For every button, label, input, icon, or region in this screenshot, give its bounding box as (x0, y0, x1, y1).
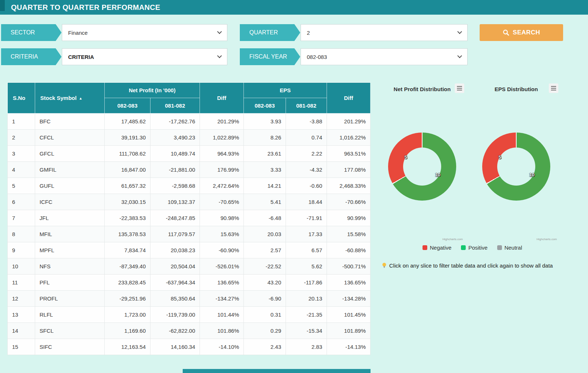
cell-np-cur: 61,657.32 (105, 178, 150, 194)
cell-np-cur: 111,708.62 (105, 146, 150, 162)
legend-item-neutral[interactable]: Neutral (497, 245, 522, 251)
table-row: 13RLFL1,723.00-119,739.00101.44%0.31-21.… (8, 307, 371, 323)
cell-eps-diff: 101.89% (327, 323, 371, 339)
cell-sno: 10 (8, 258, 35, 275)
cell-sno: 4 (8, 162, 35, 178)
cell-eps-prev: -4.32 (286, 162, 327, 178)
legend-item-positive[interactable]: Positive (461, 245, 488, 251)
cell-eps-prev: 6.57 (286, 242, 327, 258)
chart-context-menu-button[interactable] (549, 83, 558, 93)
column-header-sno[interactable]: S.No (8, 83, 35, 113)
cell-symbol: PROFL (35, 291, 105, 307)
legend-label: Positive (468, 245, 488, 251)
eps-distribution-chart: EPS Distribution 510 Highcharts.com (474, 83, 558, 245)
cell-eps-diff: 101.45% (327, 307, 371, 323)
column-header-stock-symbol[interactable]: Stock Symbol▲ (35, 83, 105, 113)
cell-eps-prev: 0.74 (286, 130, 327, 146)
cell-symbol: GUFL (35, 178, 105, 194)
sector-select[interactable]: Finance (62, 24, 227, 41)
cell-symbol: MFIL (35, 226, 105, 242)
legend-item-negative[interactable]: Negative (423, 245, 451, 251)
cell-sno: 2 (8, 130, 35, 146)
cell-np-diff: 15.63% (200, 226, 244, 242)
chart-legend: NegativePositiveNeutral (381, 245, 564, 251)
cell-np-prev: 10,489.74 (150, 146, 200, 162)
cell-np-diff: 101.44% (200, 307, 244, 323)
donut-hole (403, 148, 441, 186)
cell-np-cur: 1,723.00 (105, 307, 150, 323)
table-row: 3GFCL111,708.6210,489.74964.93%23.612.22… (8, 146, 371, 162)
cell-eps-cur: 2.57 (244, 242, 286, 258)
cell-eps-diff: 90.99% (327, 210, 371, 226)
cell-np-cur: 16,847.00 (105, 162, 150, 178)
header-accent-block (0, 0, 5, 11)
table-row: 10NFS-87,349.4020,504.04-526.01%-22.525.… (8, 258, 371, 275)
column-header-np-diff[interactable]: Diff (200, 83, 244, 113)
cell-np-prev: 14,160.34 (150, 339, 200, 355)
column-header-eps-current-year[interactable]: 082-083 (244, 98, 286, 113)
cell-symbol: ICFC (35, 194, 105, 210)
cell-eps-cur: 43.20 (244, 275, 286, 291)
cell-eps-prev: -71.91 (286, 210, 327, 226)
table-row: 11PFL233,828.45-637,964.34136.65%43.20-1… (8, 275, 371, 291)
cell-eps-diff: 136.65% (327, 275, 371, 291)
column-header-eps-diff[interactable]: Diff (327, 83, 371, 113)
cell-eps-cur: -6.90 (244, 291, 286, 307)
criteria-label: CRITERIA (1, 48, 62, 65)
table-row: 4GMFIL16,847.00-21,881.00176.99%3.33-4.3… (8, 162, 371, 178)
fiscal-year-select[interactable]: 082-083 (301, 48, 468, 65)
cell-eps-prev: -3.88 (286, 113, 327, 130)
chart-context-menu-button[interactable] (455, 83, 464, 93)
cell-np-diff: 90.98% (200, 210, 244, 226)
cell-symbol: RLFL (35, 307, 105, 323)
slice-label-negative[interactable]: 5 (405, 154, 407, 160)
cell-eps-prev: 18.44 (286, 194, 327, 210)
search-button[interactable]: SEARCH (480, 24, 563, 41)
chevron-down-icon (217, 53, 222, 58)
column-header-eps-previous-year[interactable]: 081-082 (286, 98, 327, 113)
slice-label-positive[interactable]: 10 (529, 172, 535, 178)
cell-eps-diff: 15.58% (327, 226, 371, 242)
fiscal-year-label: FISCAL YEAR (240, 48, 300, 65)
bottom-accent-bar (183, 369, 371, 373)
cell-symbol: JFL (35, 210, 105, 226)
cell-symbol: MPFL (35, 242, 105, 258)
table-row: 14SFCL1,169.60-62,822.00101.86%0.29-15.3… (8, 323, 371, 339)
cell-symbol: PFL (35, 275, 105, 291)
cell-np-prev: 20,038.23 (150, 242, 200, 258)
cell-symbol: GFCL (35, 146, 105, 162)
cell-eps-cur: 14.21 (244, 178, 286, 194)
cell-np-diff: -526.01% (200, 258, 244, 275)
slice-label-negative[interactable]: 5 (499, 154, 501, 160)
quarter-select[interactable]: 2 (301, 24, 468, 41)
legend-label: Negative (430, 245, 451, 251)
cell-symbol: BFC (35, 113, 105, 130)
cell-np-diff: 964.93% (200, 146, 244, 162)
cell-eps-cur: 2.43 (244, 339, 286, 355)
donut-chart[interactable]: 510 (482, 133, 550, 201)
cell-eps-cur: 0.31 (244, 307, 286, 323)
chart-header: Net Profit Distribution (380, 83, 464, 94)
column-header-np-current-year[interactable]: 082-083 (105, 98, 150, 113)
cell-eps-diff: -14.13% (327, 339, 371, 355)
cell-np-prev: -119,739.00 (150, 307, 200, 323)
cell-eps-prev: -117.86 (286, 275, 327, 291)
donut-chart[interactable]: 510 (388, 133, 456, 201)
cell-eps-cur: 20.03 (244, 226, 286, 242)
cell-eps-prev: -0.60 (286, 178, 327, 194)
slice-label-positive[interactable]: 10 (435, 172, 440, 178)
cell-eps-prev: 2.83 (286, 339, 327, 355)
criteria-select[interactable]: CRITERIA (62, 48, 227, 65)
cell-np-cur: -87,349.40 (105, 258, 150, 275)
table-row: 7JFL-22,383.53-248,247.8590.98%-6.48-71.… (8, 210, 371, 226)
table-row: 6ICFC32,030.15109,132.37-70.65%5.4118.44… (8, 194, 371, 210)
table-row: 15SIFC12,163.5414,160.34-14.10%2.432.83-… (8, 339, 371, 355)
column-header-np-previous-year[interactable]: 081-082 (150, 98, 200, 113)
chart-title: EPS Distribution (495, 86, 538, 92)
cell-eps-diff: 2,468.33% (327, 178, 371, 194)
filter-hint-text: Click on any slice to filter table data … (389, 262, 553, 269)
legend-swatch (423, 245, 427, 250)
legend-swatch (461, 245, 466, 250)
filter-hint: Click on any slice to filter table data … (382, 261, 572, 270)
cell-np-cur: -22,383.53 (105, 210, 150, 226)
